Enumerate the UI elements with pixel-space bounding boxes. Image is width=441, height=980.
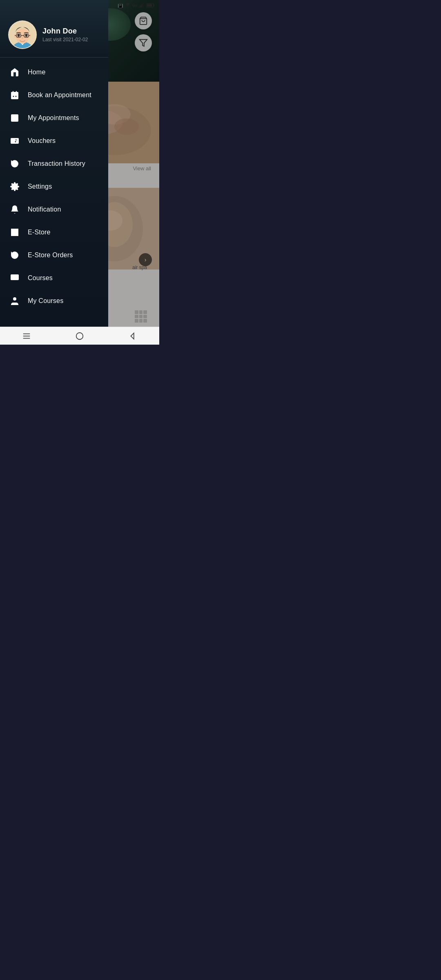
store-icon xyxy=(9,227,20,238)
sidebar-item-e-store-orders-label: E-Store Orders xyxy=(28,252,73,259)
sidebar-item-my-courses-label: My Courses xyxy=(28,297,63,305)
sidebar-item-e-store-label: E-Store xyxy=(28,229,51,236)
sidebar-item-home[interactable]: Home xyxy=(0,61,108,84)
svg-rect-45 xyxy=(15,232,17,234)
appointments-icon xyxy=(9,112,20,124)
svg-rect-48 xyxy=(11,274,19,280)
hamburger-icon xyxy=(22,332,31,341)
profile-section: John Doe Last visit 2021-02-02 xyxy=(0,0,108,58)
avatar-image xyxy=(9,20,36,49)
sidebar-item-courses-label: Courses xyxy=(28,274,53,282)
sidebar-item-home-label: Home xyxy=(28,69,45,76)
sidebar-item-transaction-history-label: Transaction History xyxy=(28,160,85,167)
svg-rect-44 xyxy=(13,232,14,234)
sidebar-item-e-store[interactable]: E-Store xyxy=(0,221,108,244)
sidebar-item-transaction-history[interactable]: Transaction History xyxy=(0,152,108,175)
history-icon xyxy=(9,158,20,169)
sidebar-item-book-appointment-label: Book an Appointment xyxy=(28,91,91,99)
side-drawer: John Doe Last visit 2021-02-02 Home xyxy=(0,0,108,345)
sidebar-item-notification-label: Notification xyxy=(28,206,61,213)
calendar-icon xyxy=(9,89,20,101)
svg-rect-30 xyxy=(11,92,18,99)
voucher-icon xyxy=(9,135,20,147)
bottom-back-button[interactable] xyxy=(124,327,142,345)
sidebar-item-my-appointments[interactable]: My Appointments xyxy=(0,107,108,129)
sidebar-item-settings-label: Settings xyxy=(28,183,52,190)
sidebar-item-e-store-orders[interactable]: E-Store Orders xyxy=(0,244,108,267)
svg-point-29 xyxy=(25,34,28,37)
sidebar-item-settings[interactable]: Settings xyxy=(0,175,108,198)
svg-point-28 xyxy=(18,34,20,37)
sidebar-item-vouchers-label: Vouchers xyxy=(28,137,56,145)
svg-point-57 xyxy=(76,332,83,339)
sidebar-item-my-courses[interactable]: My Courses xyxy=(0,290,108,312)
courses-icon xyxy=(9,272,20,284)
settings-icon xyxy=(9,181,20,192)
sidebar-item-courses[interactable]: Courses xyxy=(0,267,108,290)
bottom-navigation xyxy=(0,327,159,345)
svg-marker-58 xyxy=(131,333,134,339)
avatar xyxy=(8,20,37,49)
sidebar-item-book-appointment[interactable]: Book an Appointment xyxy=(0,84,108,107)
svg-point-40 xyxy=(15,141,16,143)
profile-last-visit: Last visit 2021-02-02 xyxy=(42,37,100,42)
home-icon xyxy=(9,67,20,78)
bottom-menu-button[interactable] xyxy=(18,327,36,345)
orders-icon xyxy=(9,249,20,261)
back-triangle-icon xyxy=(128,332,137,341)
svg-point-35 xyxy=(16,96,17,97)
profile-name: John Doe xyxy=(42,27,100,36)
svg-point-34 xyxy=(13,96,14,97)
sidebar-item-vouchers[interactable]: Vouchers xyxy=(0,129,108,152)
menu-list: Home Book an Appointment xyxy=(0,58,108,345)
profile-info: John Doe Last visit 2021-02-02 xyxy=(42,27,100,42)
bell-icon xyxy=(9,204,20,215)
sidebar-item-my-appointments-label: My Appointments xyxy=(28,114,79,122)
my-courses-icon xyxy=(9,295,20,307)
screen: 📳 Vo xyxy=(0,0,159,345)
bottom-home-button[interactable] xyxy=(71,327,89,345)
svg-point-36 xyxy=(13,117,16,120)
sidebar-item-notification[interactable]: Notification xyxy=(0,198,108,221)
bottom-circle-icon xyxy=(75,332,84,341)
